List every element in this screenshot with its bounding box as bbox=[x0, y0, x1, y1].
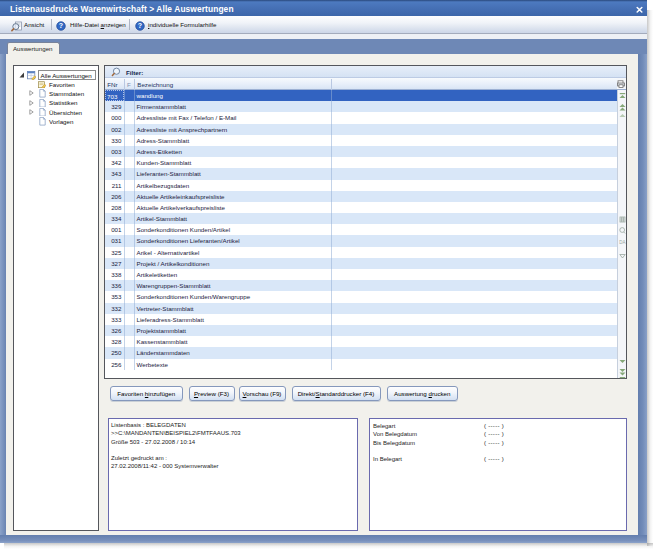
svg-text:?: ? bbox=[137, 22, 141, 29]
svg-text:DA: DA bbox=[619, 239, 625, 244]
svg-text:?: ? bbox=[59, 22, 63, 29]
